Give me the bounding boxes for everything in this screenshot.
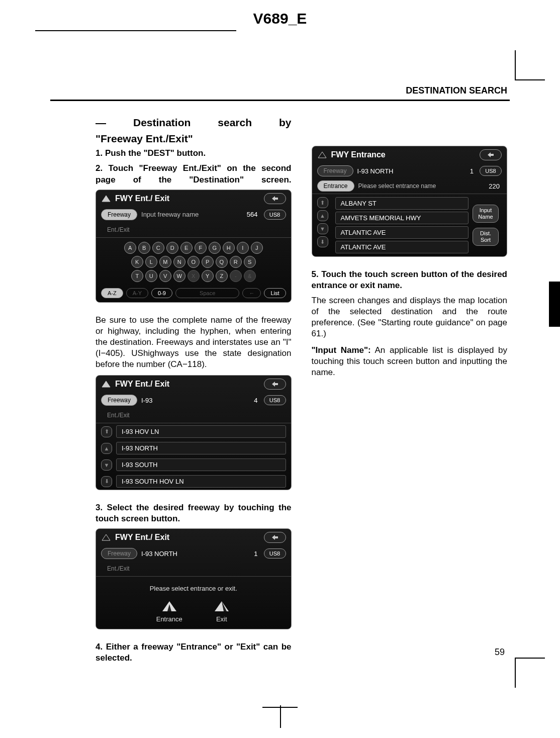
- step-2: 2. Touch "Freeway Ent./Exit" on the seco…: [96, 163, 292, 185]
- entrance-tab[interactable]: Entrance: [317, 180, 354, 192]
- freeway-tab[interactable]: Freeway: [101, 395, 137, 406]
- num-button[interactable]: 0-9: [151, 288, 172, 298]
- freeway-value: I-93 NORTH: [357, 167, 464, 175]
- freeway-count: 4: [254, 397, 257, 404]
- key-m[interactable]: M: [159, 256, 171, 268]
- freeway-value: I-93 NORTH: [141, 550, 248, 558]
- region-button[interactable]: US8: [264, 548, 286, 559]
- nav-screen-entrance-exit: FWY Ent./ Exit Freeway I-93 NORTH 1 US8 …: [96, 528, 292, 629]
- az-button[interactable]: A-Z: [101, 288, 123, 298]
- key-v[interactable]: V: [159, 270, 171, 282]
- list-item[interactable]: I-93 HOV LN: [116, 425, 286, 438]
- list-item[interactable]: ALBANY ST: [335, 197, 469, 210]
- scroll-button[interactable]: ▼: [101, 459, 112, 471]
- doc-id-header: V689_E: [0, 0, 560, 27]
- list-item[interactable]: AMVETS MEMORIAL HWY: [335, 212, 469, 224]
- key-l[interactable]: L: [145, 256, 157, 268]
- key-i[interactable]: I: [237, 242, 249, 254]
- input-name-l1: Input: [474, 207, 497, 214]
- screen4-title: FWY Entrance: [331, 150, 386, 159]
- list-item[interactable]: I-93 NORTH: [116, 442, 286, 454]
- backspace-button: ←: [242, 288, 261, 298]
- nav-logo-icon: [101, 195, 111, 203]
- nav-screen-keyboard: FWY Ent./ Exit Freeway Input freeway nam…: [96, 190, 292, 303]
- nav-logo-icon: [101, 533, 111, 541]
- nav-logo-icon: [101, 380, 111, 388]
- scroll-down-button[interactable]: ▼: [317, 223, 328, 234]
- back-button[interactable]: [480, 149, 502, 160]
- region-button[interactable]: US8: [264, 210, 286, 220]
- crop-top: [0, 30, 560, 31]
- key-k[interactable]: K: [131, 256, 143, 268]
- back-button[interactable]: [264, 379, 286, 390]
- screen1-title: FWY Ent./ Exit: [115, 194, 169, 203]
- entexit-tab: Ent./Exit: [101, 563, 136, 574]
- input-note: "Input Name": An applicable list is dis­…: [312, 345, 508, 378]
- keyboard: ABCDEFGHIJ KLMNOPQRS TUVWXYZ-&: [96, 237, 291, 288]
- freeway-tab[interactable]: Freeway: [101, 209, 137, 220]
- key-q[interactable]: Q: [216, 256, 228, 268]
- key-y[interactable]: Y: [202, 270, 214, 282]
- key-a[interactable]: A: [124, 242, 136, 254]
- count: 1: [254, 550, 257, 558]
- freeway-value: I-93: [141, 397, 248, 404]
- screen3-title: FWY Ent./ Exit: [115, 533, 169, 542]
- key-h[interactable]: H: [223, 242, 235, 254]
- scroll-bottom-button[interactable]: ⬇: [317, 236, 328, 247]
- dist-sort-l1: Dist.: [474, 230, 497, 237]
- key-c[interactable]: C: [152, 242, 164, 254]
- key-w[interactable]: W: [173, 270, 185, 282]
- key-z[interactable]: Z: [216, 270, 228, 282]
- entexit-tab: Ent./Exit: [101, 410, 136, 421]
- entrance-button[interactable]: Entrance: [156, 599, 182, 623]
- input-name-l2: Name: [474, 214, 497, 220]
- dist-sort-button[interactable]: Dist. Sort: [473, 228, 499, 246]
- key-e[interactable]: E: [180, 242, 193, 254]
- key-f[interactable]: F: [195, 242, 207, 254]
- key-&: &: [244, 270, 256, 282]
- region-button[interactable]: US8: [264, 395, 286, 405]
- header-rule: [50, 100, 510, 101]
- key-s[interactable]: S: [244, 256, 256, 268]
- key-j[interactable]: J: [251, 242, 263, 254]
- entrance-count: 220: [489, 182, 500, 190]
- list-item[interactable]: ATLANTIC AVE: [335, 226, 469, 239]
- left-column: — Destination search by "Freeway Ent./Ex…: [96, 116, 292, 668]
- region-button[interactable]: US8: [480, 166, 502, 176]
- step-1: 1. Push the "DEST" button.: [96, 148, 292, 159]
- entrance-placeholder: Please select entrance name: [358, 182, 483, 190]
- back-button[interactable]: [264, 193, 286, 204]
- dist-sort-l2: Sort: [474, 237, 497, 243]
- key-u[interactable]: U: [145, 270, 157, 282]
- nav-screen-freeway-list: FWY Ent./ Exit Freeway I-93 4 US8 Ent./E…: [96, 375, 292, 490]
- list-item[interactable]: I-93 SOUTH HOV LN: [116, 475, 286, 488]
- key-b[interactable]: B: [138, 242, 150, 254]
- input-name-button[interactable]: Input Name: [473, 205, 499, 223]
- freeway-tab: Freeway: [317, 165, 353, 176]
- scroll-button[interactable]: ⬇: [101, 476, 112, 487]
- body-1: Be sure to use the complete name of the …: [96, 315, 292, 370]
- page-number: 59: [495, 647, 505, 658]
- exit-button[interactable]: Exit: [213, 599, 231, 623]
- key-d[interactable]: D: [166, 242, 178, 254]
- heading-line2: "Freeway Ent./Exit": [96, 133, 292, 145]
- scroll-button[interactable]: ⬆: [101, 426, 112, 437]
- list-button[interactable]: List: [264, 288, 286, 298]
- freeway-input-placeholder[interactable]: Input freeway name: [141, 211, 241, 218]
- back-button[interactable]: [264, 532, 286, 543]
- list-item[interactable]: I-93 SOUTH: [116, 458, 286, 471]
- key-r[interactable]: R: [230, 256, 242, 268]
- list-item[interactable]: ATLANTIC AVE: [335, 241, 469, 253]
- step-4: 4. Either a freeway "Entrance" or "Exit"…: [96, 641, 292, 664]
- screen2-title: FWY Ent./ Exit: [115, 380, 169, 389]
- heading-line1: — Destination search by: [96, 116, 292, 130]
- scroll-button[interactable]: ▲: [101, 443, 112, 454]
- scroll-up-button[interactable]: ▲: [317, 210, 328, 221]
- key-g[interactable]: G: [209, 242, 221, 254]
- key-o[interactable]: O: [188, 256, 200, 268]
- key-t[interactable]: T: [131, 270, 143, 282]
- right-column: FWY Entrance Freeway I-93 NORTH 1 US8 En…: [312, 116, 508, 668]
- key-p[interactable]: P: [202, 256, 214, 268]
- scroll-top-button[interactable]: ⬆: [317, 197, 328, 208]
- key-n[interactable]: N: [173, 256, 185, 268]
